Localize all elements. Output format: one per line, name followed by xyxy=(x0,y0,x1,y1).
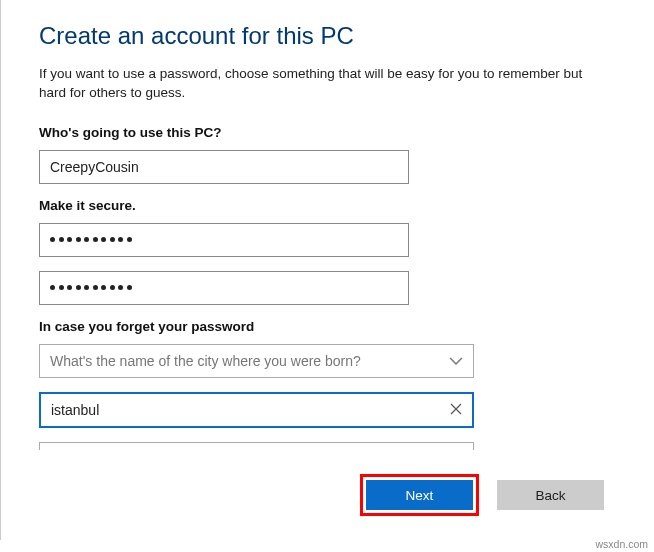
account-setup-panel: Create an account for this PC If you wan… xyxy=(0,0,654,540)
back-button[interactable]: Back xyxy=(497,480,604,510)
username-input[interactable] xyxy=(39,150,409,184)
attribution-text: wsxdn.com xyxy=(595,538,648,550)
security-question-select[interactable]: What's the name of the city where you we… xyxy=(39,344,474,378)
page-description: If you want to use a password, choose so… xyxy=(39,65,604,125)
next-highlight: Next xyxy=(360,474,479,516)
security-answer-input[interactable]: istanbul xyxy=(39,392,474,428)
clear-icon[interactable] xyxy=(450,402,462,418)
security-answer-value: istanbul xyxy=(51,402,99,418)
chevron-down-icon xyxy=(449,354,463,368)
password-input[interactable] xyxy=(39,223,409,257)
confirm-password-input[interactable] xyxy=(39,271,409,305)
forget-label: In case you forget your password xyxy=(39,319,604,334)
next-button[interactable]: Next xyxy=(366,480,473,510)
button-row: Next Back xyxy=(360,474,604,516)
cutoff-field xyxy=(39,442,474,450)
secure-label: Make it secure. xyxy=(39,198,604,213)
security-question-placeholder: What's the name of the city where you we… xyxy=(50,353,361,369)
who-label: Who's going to use this PC? xyxy=(39,125,604,140)
page-title: Create an account for this PC xyxy=(39,0,604,65)
